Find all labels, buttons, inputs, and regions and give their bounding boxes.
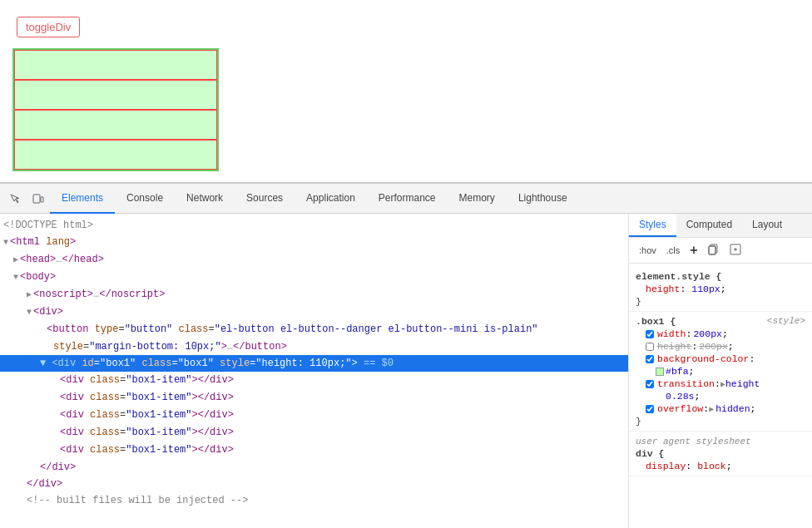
cls-button[interactable]: .cls (663, 244, 684, 257)
html-line[interactable]: ▶<noscript>…</noscript> (0, 286, 628, 303)
device-icon[interactable] (27, 187, 50, 210)
bgcolor-checkbox[interactable] (646, 355, 654, 363)
tab-performance[interactable]: Performance (367, 184, 448, 214)
html-line-selected[interactable]: ▼ <div id="box1" class="box1" style="hei… (0, 355, 628, 372)
svg-rect-0 (33, 195, 40, 203)
styles-tab-computed[interactable]: Computed (676, 214, 742, 237)
html-line[interactable]: ▼<div> (0, 303, 628, 321)
height-checkbox[interactable] (646, 343, 654, 351)
tab-console[interactable]: Console (115, 184, 175, 214)
transition-checkbox[interactable] (646, 380, 654, 388)
color-swatch[interactable] (656, 368, 664, 376)
styles-panel-tabs: Styles Computed Layout (629, 214, 812, 238)
hov-button[interactable]: :hov (636, 244, 660, 257)
html-line[interactable]: ▶<div class="box1-item"></div> (0, 372, 628, 389)
preview-area: toggleDiv (0, 0, 812, 183)
html-line[interactable]: ▶<div class="box1-item"></div> (0, 389, 628, 407)
styles-tab-layout[interactable]: Layout (742, 214, 792, 237)
html-line[interactable]: <!DOCTYPE html> (0, 217, 628, 234)
tab-sources[interactable]: Sources (235, 184, 295, 214)
html-line[interactable]: </div> (0, 459, 628, 476)
svg-rect-1 (41, 197, 43, 202)
html-line[interactable]: ▶<div class="box1-item"></div> (0, 407, 628, 424)
styles-toolbar: :hov .cls + (629, 238, 812, 264)
add-style-button[interactable]: + (686, 241, 701, 259)
html-line[interactable]: style="margin-bottom: 10px;">…</button> (0, 338, 628, 355)
tab-network[interactable]: Network (175, 184, 235, 214)
copy-style-button[interactable] (705, 242, 723, 259)
devtools-tabs: Elements Console Network Sources Applica… (50, 184, 579, 214)
styles-tab-styles[interactable]: Styles (629, 214, 676, 237)
tab-lighthouse[interactable]: Lighthouse (507, 184, 579, 214)
elements-panel[interactable]: <!DOCTYPE html> ▼<html lang> ▶<head>…</h… (0, 214, 629, 528)
box1-item (14, 140, 217, 170)
overflow-checkbox[interactable] (646, 405, 654, 413)
html-line[interactable]: ▼<html lang> (0, 234, 628, 251)
inspect-icon[interactable] (3, 187, 27, 210)
box1-item (14, 50, 217, 80)
styles-content[interactable]: element.style { height: 110px; } .box1 {… (629, 264, 812, 528)
devtools-panel: Elements Console Network Sources Applica… (0, 183, 812, 528)
box1-item (14, 80, 217, 110)
html-line[interactable]: ▶<div class="box1-item"></div> (0, 442, 628, 459)
styles-panel: Styles Computed Layout :hov .cls + (629, 214, 812, 528)
html-line[interactable]: ▶<button type="button" class="el-button … (0, 321, 628, 338)
html-line[interactable]: </div> (0, 476, 628, 492)
html-line[interactable]: ▶<head>…</head> (0, 251, 628, 269)
html-line[interactable]: <!-- built files will be injected --> (0, 492, 628, 509)
box1-item (14, 110, 217, 140)
expand-style-button[interactable] (726, 242, 745, 259)
toggle-div-button[interactable]: toggleDiv (17, 17, 80, 37)
box1-style-rule: .box1 { <style> width: 200px; height: 20… (629, 312, 812, 432)
tab-elements[interactable]: Elements (50, 184, 115, 214)
html-line[interactable]: ▼<body> (0, 269, 628, 286)
element-style-rule: element.style { height: 110px; } (629, 267, 812, 312)
devtools-toolbar: Elements Console Network Sources Applica… (0, 184, 812, 214)
tab-application[interactable]: Application (295, 184, 367, 214)
width-checkbox[interactable] (646, 330, 654, 338)
box1-container (12, 48, 219, 171)
html-line[interactable]: ▶<div class="box1-item"></div> (0, 424, 628, 442)
tab-memory[interactable]: Memory (448, 184, 507, 214)
svg-rect-3 (709, 246, 715, 254)
user-agent-rule: user agent stylesheet div { display: blo… (629, 432, 812, 476)
devtools-content: <!DOCTYPE html> ▼<html lang> ▶<head>…</h… (0, 214, 812, 528)
